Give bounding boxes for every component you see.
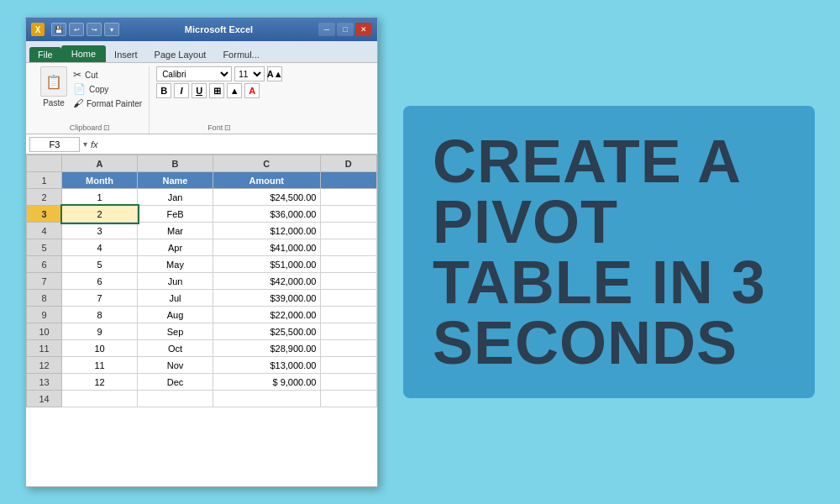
cell[interactable]: $39,000.00 <box>213 290 321 307</box>
cell[interactable] <box>213 391 321 407</box>
cell[interactable]: FeB <box>138 206 213 223</box>
cell[interactable] <box>320 273 377 290</box>
cell[interactable] <box>320 256 377 273</box>
cell[interactable]: 5 <box>62 256 138 273</box>
save-tool[interactable]: 💾 <box>51 23 66 36</box>
cell[interactable]: Mar <box>138 223 213 239</box>
row-number[interactable]: 7 <box>27 273 62 290</box>
cell[interactable] <box>320 374 377 391</box>
cell[interactable]: Jun <box>138 273 213 290</box>
tab-home[interactable]: Home <box>61 45 106 62</box>
cell[interactable] <box>320 391 377 407</box>
undo-tool[interactable]: ↩ <box>69 23 84 36</box>
cell[interactable] <box>320 290 377 307</box>
cell[interactable]: $22,000.00 <box>213 307 321 323</box>
cell[interactable] <box>320 323 377 340</box>
italic-button[interactable]: I <box>174 83 189 98</box>
cell[interactable]: Oct <box>138 340 213 357</box>
border-button[interactable]: ⊞ <box>209 83 224 98</box>
paste-button[interactable]: 📋 Paste <box>36 66 71 108</box>
font-increase-button[interactable]: A▲ <box>267 66 282 81</box>
cell[interactable]: $41,000.00 <box>213 239 321 256</box>
cell[interactable] <box>320 340 377 357</box>
cell[interactable]: Sep <box>138 323 213 340</box>
font-size-select[interactable]: 11 <box>234 66 265 81</box>
cell[interactable]: 3 <box>62 223 138 239</box>
cell[interactable]: 4 <box>62 239 138 256</box>
cell[interactable]: 9 <box>62 323 138 340</box>
tab-page-layout[interactable]: Page Layout <box>146 47 215 62</box>
col-header-a[interactable]: A <box>62 155 138 172</box>
cell[interactable] <box>320 172 377 189</box>
cell[interactable] <box>320 223 377 239</box>
cell[interactable]: Month <box>62 172 138 189</box>
bold-button[interactable]: B <box>156 83 171 98</box>
cell[interactable]: Nov <box>138 357 213 374</box>
cell[interactable]: 10 <box>62 340 138 357</box>
cell[interactable]: $12,000.00 <box>213 223 321 239</box>
row-number[interactable]: 14 <box>27 391 62 407</box>
formula-input[interactable] <box>102 137 374 152</box>
minimize-button[interactable]: ─ <box>318 23 335 36</box>
cell[interactable] <box>320 239 377 256</box>
cell[interactable]: $13,000.00 <box>213 357 321 374</box>
copy-action[interactable]: 📄 Copy <box>71 82 144 96</box>
row-number[interactable]: 8 <box>27 290 62 307</box>
row-number[interactable]: 4 <box>27 223 62 239</box>
cell[interactable]: $24,500.00 <box>213 189 321 206</box>
cell[interactable] <box>138 391 213 407</box>
more-tool[interactable]: ▾ <box>104 23 119 36</box>
format-painter-action[interactable]: 🖌 Format Painter <box>71 97 144 110</box>
row-number[interactable]: 6 <box>27 256 62 273</box>
cell[interactable]: $51,000.00 <box>213 256 321 273</box>
tab-formulas[interactable]: Formul... <box>214 47 267 62</box>
cell[interactable] <box>320 307 377 323</box>
cell[interactable]: 12 <box>62 374 138 391</box>
cell[interactable] <box>320 206 377 223</box>
cell[interactable] <box>320 357 377 374</box>
cell[interactable]: Jan <box>138 189 213 206</box>
underline-button[interactable]: U <box>192 83 207 98</box>
cell[interactable]: 6 <box>62 273 138 290</box>
cell[interactable]: 11 <box>62 357 138 374</box>
cell[interactable]: Amount <box>213 172 321 189</box>
cell[interactable]: 1 <box>62 189 138 206</box>
col-header-b[interactable]: B <box>138 155 213 172</box>
col-header-d[interactable]: D <box>320 155 377 172</box>
font-color-button[interactable]: A <box>244 83 260 98</box>
close-button[interactable]: ✕ <box>355 23 372 36</box>
row-number[interactable]: 1 <box>27 172 62 189</box>
redo-tool[interactable]: ↪ <box>87 23 102 36</box>
cell[interactable]: $28,900.00 <box>213 340 321 357</box>
cut-action[interactable]: ✂ Cut <box>71 68 144 81</box>
fill-color-button[interactable]: ▲ <box>227 83 242 98</box>
clipboard-expand-icon[interactable]: ⊡ <box>103 123 110 132</box>
row-number[interactable]: 11 <box>27 340 62 357</box>
font-expand-icon[interactable]: ⊡ <box>224 123 231 132</box>
row-number[interactable]: 10 <box>27 323 62 340</box>
col-header-c[interactable]: C <box>213 155 321 172</box>
row-number[interactable]: 5 <box>27 239 62 256</box>
maximize-button[interactable]: □ <box>337 23 354 36</box>
cell[interactable]: $ 9,000.00 <box>213 374 321 391</box>
font-family-select[interactable]: Calibri <box>156 66 232 81</box>
row-number[interactable]: 9 <box>27 307 62 323</box>
row-number[interactable]: 2 <box>27 189 62 206</box>
row-number[interactable]: 12 <box>27 357 62 374</box>
tab-file[interactable]: File <box>29 47 61 62</box>
cell[interactable] <box>320 189 377 206</box>
cell[interactable]: 7 <box>62 290 138 307</box>
cell[interactable]: Jul <box>138 290 213 307</box>
cell[interactable]: $25,500.00 <box>213 323 321 340</box>
cell[interactable]: 8 <box>62 307 138 323</box>
cell[interactable]: Dec <box>138 374 213 391</box>
cell[interactable]: Apr <box>138 239 213 256</box>
row-number[interactable]: 13 <box>27 374 62 391</box>
cell[interactable]: May <box>138 256 213 273</box>
cell[interactable]: $36,000.00 <box>213 206 321 223</box>
cell-reference-input[interactable]: F3 <box>29 137 80 152</box>
cell[interactable]: 2 <box>62 206 138 223</box>
cell[interactable] <box>62 391 138 407</box>
cell[interactable]: $42,000.00 <box>213 273 321 290</box>
tab-insert[interactable]: Insert <box>106 47 146 62</box>
